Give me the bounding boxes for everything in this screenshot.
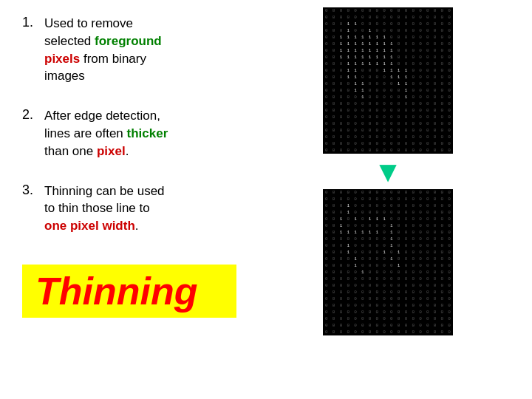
right-panel: ▼ — [251, 0, 532, 399]
list-item-2: 2. After edge detection,lines are often … — [22, 107, 236, 160]
list-item-1: 1. Used to removeselected foregroundpixe… — [22, 15, 236, 85]
top-binary-grid — [323, 7, 453, 154]
item-text-2: After edge detection,lines are often thi… — [44, 107, 168, 160]
left-panel: 1. Used to removeselected foregroundpixe… — [0, 0, 251, 399]
thinning-label: Thinning — [22, 265, 236, 318]
list-item-3: 3. Thinning can be usedto thin those lin… — [22, 183, 236, 235]
item-number-2: 2. — [22, 107, 37, 160]
item-text-1: Used to removeselected foregroundpixels … — [44, 15, 162, 85]
pixels-highlight: pixels — [44, 52, 80, 66]
one-pixel-width-highlight: one pixel width — [44, 219, 135, 233]
pixel-highlight-2: pixel — [97, 144, 126, 158]
item-number-1: 1. — [22, 15, 37, 85]
bottom-binary-grid — [323, 189, 453, 335]
item-number-3: 3. — [22, 183, 37, 235]
arrow-down: ▼ — [373, 157, 403, 186]
thicker-highlight: thicker — [127, 126, 168, 140]
item-text-3: Thinning can be usedto thin those line t… — [44, 183, 165, 235]
foreground-highlight: foreground — [95, 34, 162, 48]
